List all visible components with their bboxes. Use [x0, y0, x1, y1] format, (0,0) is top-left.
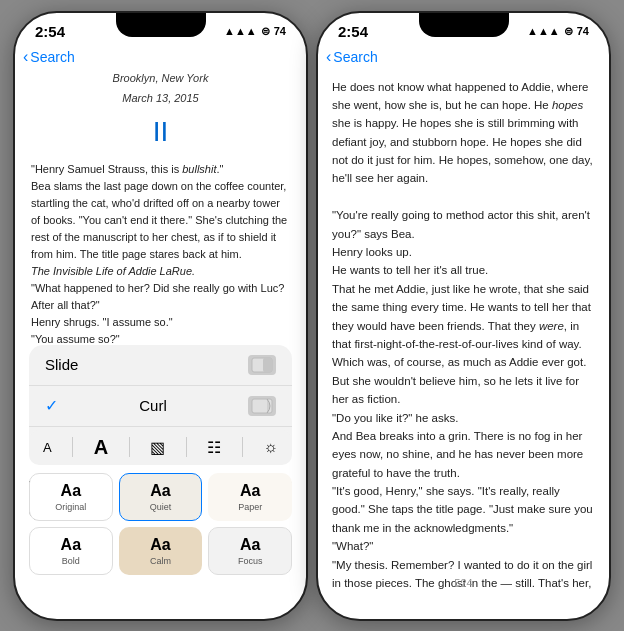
theme-paper[interactable]: Aa Paper	[208, 473, 292, 521]
slide-icon	[248, 355, 276, 375]
swatch-focus-label: Focus	[238, 556, 263, 566]
right-para-2: Henry looks up.	[332, 243, 595, 261]
right-nav: ‹ Search	[318, 44, 609, 70]
right-para-1: "You're really going to method actor thi…	[332, 206, 595, 243]
book-location: Brooklyn, New York	[31, 70, 290, 87]
right-back-button[interactable]: ‹ Search	[326, 48, 378, 66]
font-divider-2	[129, 437, 130, 457]
book-date: March 13, 2015	[31, 90, 290, 107]
swatch-original-label: Original	[55, 502, 86, 512]
chapter-number: II	[31, 111, 290, 153]
swatch-bold-aa: Aa	[61, 536, 81, 554]
right-back-label: Search	[333, 49, 377, 65]
right-chevron-left-icon: ‹	[326, 48, 331, 66]
left-time: 2:54	[35, 23, 65, 40]
chevron-left-icon: ‹	[23, 48, 28, 66]
swatch-paper-label: Paper	[238, 502, 262, 512]
right-battery-icon: 74	[577, 25, 589, 37]
svg-rect-1	[263, 358, 272, 372]
notch	[116, 13, 206, 37]
right-notch	[419, 13, 509, 37]
check-icon: ✓	[45, 396, 58, 415]
theme-original[interactable]: Aa Original	[29, 473, 113, 521]
swatch-calm-aa: Aa	[150, 536, 170, 554]
theme-bold[interactable]: Aa Bold	[29, 527, 113, 575]
font-large-a[interactable]: A	[94, 436, 108, 459]
book-para-4: Henry shrugs. "I assume so."	[31, 314, 290, 331]
signal-icon: ▲▲▲	[224, 25, 257, 37]
curl-icon	[248, 396, 276, 416]
right-para-4: That he met Addie, just like he wrote, t…	[332, 280, 595, 372]
font-divider-4	[242, 437, 243, 457]
theme-quiet[interactable]: Aa Quiet	[119, 473, 203, 521]
swatch-original-aa: Aa	[61, 482, 81, 500]
battery-icon: 74	[274, 25, 286, 37]
swatch-paper-aa: Aa	[240, 482, 260, 500]
font-divider-3	[186, 437, 187, 457]
right-para-6: "Do you like it?" he asks.	[332, 409, 595, 427]
swatch-focus-aa: Aa	[240, 536, 260, 554]
right-time: 2:54	[338, 23, 368, 40]
wifi-icon: ⊜	[261, 25, 270, 38]
right-para-3: He wants to tell her it's all true.	[332, 261, 595, 279]
left-status-bar: 2:54 ▲▲▲ ⊜ 74	[15, 13, 306, 44]
left-back-label: Search	[30, 49, 74, 65]
right-para-9: "What?"	[332, 537, 595, 555]
right-para-7: And Bea breaks into a grin. There is no …	[332, 427, 595, 482]
right-signal-icon: ▲▲▲	[527, 25, 560, 37]
font-style-icon[interactable]: ▧	[150, 438, 165, 457]
swatch-quiet-aa: Aa	[150, 482, 170, 500]
swatch-bold-label: Bold	[62, 556, 80, 566]
right-phone: 2:54 ▲▲▲ ⊜ 74 ‹ Search He does not know …	[316, 11, 611, 621]
theme-calm[interactable]: Aa Calm	[119, 527, 203, 575]
swatch-calm-label: Calm	[150, 556, 171, 566]
font-divider	[72, 437, 73, 457]
font-size-row: A A ▧ ☷ ☼	[29, 430, 292, 465]
book-para-2: The Invisible Life of Addie LaRue.	[31, 263, 290, 280]
right-book-content: He does not know what happened to Addie,…	[318, 70, 609, 590]
slide-label: Slide	[45, 356, 78, 373]
right-para-0: He does not know what happened to Addie,…	[332, 78, 595, 188]
book-para-1: Bea slams the last page down on the coff…	[31, 178, 290, 263]
right-para-8: "It's good, Henry," she says. "It's real…	[332, 482, 595, 537]
right-status-icons: ▲▲▲ ⊜ 74	[527, 25, 589, 38]
bottom-toolbar: A A ▧ ☷ ☼ Aa Original Aa Quiet	[29, 430, 292, 575]
left-back-button[interactable]: ‹ Search	[23, 48, 75, 66]
font-small-a[interactable]: A	[43, 440, 52, 455]
theme-focus[interactable]: Aa Focus	[208, 527, 292, 575]
left-nav: ‹ Search	[15, 44, 306, 70]
right-status-bar: 2:54 ▲▲▲ ⊜ 74	[318, 13, 609, 44]
book-para-0: "Henry Samuel Strauss, this is bullshit.…	[31, 161, 290, 178]
brightness-icon[interactable]: ☼	[263, 438, 278, 456]
transition-curl[interactable]: ✓ Curl	[29, 386, 292, 427]
left-phone: 2:54 ▲▲▲ ⊜ 74 ‹ Search Brooklyn, New Yor…	[13, 11, 308, 621]
theme-swatches: Aa Original Aa Quiet Aa Paper Aa Bold Aa	[29, 473, 292, 575]
layout-icon[interactable]: ☷	[207, 438, 221, 457]
page-number: 524	[318, 577, 609, 589]
book-para-3: "What happened to her? Did she really go…	[31, 280, 290, 314]
swatch-quiet-label: Quiet	[150, 502, 172, 512]
transition-slide[interactable]: Slide	[29, 345, 292, 386]
right-wifi-icon: ⊜	[564, 25, 573, 38]
curl-label: Curl	[139, 397, 167, 414]
left-status-icons: ▲▲▲ ⊜ 74	[224, 25, 286, 38]
right-para-5: But she wouldn't believe him, so he lets…	[332, 372, 595, 409]
